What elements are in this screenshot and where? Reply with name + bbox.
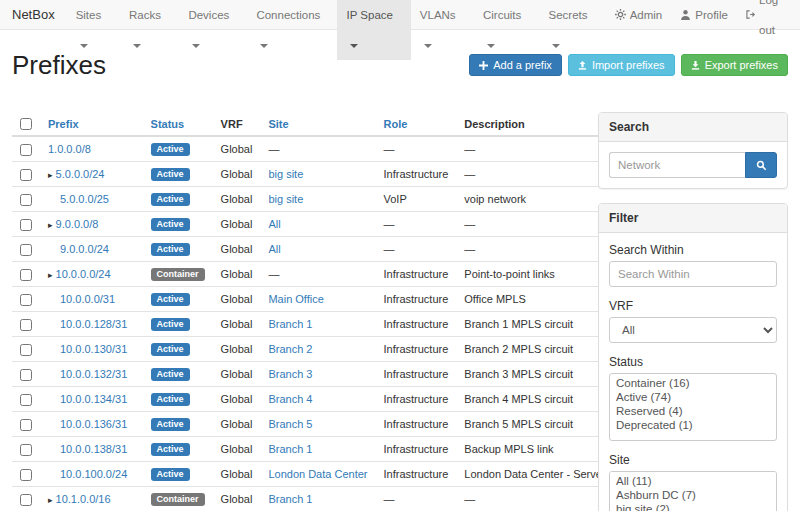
prefix-cell: ▸10.0.0.130/31: [40, 337, 143, 362]
site-link[interactable]: big site: [268, 193, 303, 205]
table-row: ▸1.0.0.0/8 Active Global — — —: [12, 136, 657, 162]
site-link[interactable]: All: [268, 243, 280, 255]
prefix-link[interactable]: 10.0.0.0/31: [60, 293, 115, 305]
site-link[interactable]: Branch 5: [268, 418, 312, 430]
table-row: ▸10.0.0.138/31 Active Global Branch 1 In…: [12, 437, 657, 462]
logout-link[interactable]: Log out: [737, 0, 800, 29]
row-checkbox-cell: [12, 412, 40, 437]
search-within-input[interactable]: [609, 261, 777, 287]
site-link[interactable]: Branch 1: [268, 318, 312, 330]
row-checkbox[interactable]: [20, 344, 32, 356]
nav-item[interactable]: Racks: [120, 0, 179, 29]
import-prefixes-button[interactable]: Import prefixes: [568, 54, 675, 76]
filter-option[interactable]: Ashburn DC (7): [612, 488, 774, 502]
site-link[interactable]: All: [268, 218, 280, 230]
column-header[interactable]: Status: [143, 112, 213, 136]
row-checkbox[interactable]: [20, 244, 32, 256]
site-link[interactable]: Branch 3: [268, 368, 312, 380]
nav-item[interactable]: Devices: [179, 0, 247, 29]
prefix-link[interactable]: 10.0.0.0/24: [56, 268, 111, 280]
row-checkbox[interactable]: [20, 169, 32, 181]
row-checkbox[interactable]: [20, 294, 32, 306]
row-checkbox[interactable]: [20, 319, 32, 331]
prefix-link[interactable]: 10.0.100.0/24: [60, 468, 127, 480]
row-checkbox[interactable]: [20, 144, 32, 156]
prefix-link[interactable]: 9.0.0.0/8: [56, 218, 99, 230]
app-brand[interactable]: NetBox: [0, 0, 67, 29]
filter-panel-title: Filter: [599, 204, 787, 233]
search-button[interactable]: [745, 152, 777, 178]
site-link[interactable]: Branch 2: [268, 343, 312, 355]
row-checkbox[interactable]: [20, 369, 32, 381]
nav-item[interactable]: IP Space: [337, 0, 410, 29]
filter-option[interactable]: Active (74): [612, 390, 774, 404]
site-filter-list[interactable]: All (11)Ashburn DC (7)big site (2)Branch…: [609, 471, 777, 511]
site-link[interactable]: Main Office: [268, 293, 323, 305]
filter-option[interactable]: All (11): [612, 474, 774, 488]
indent-spacer: [48, 352, 60, 353]
filter-option[interactable]: big site (2): [612, 502, 774, 511]
column-header[interactable]: Role: [375, 112, 456, 136]
nav-item[interactable]: Circuits: [474, 0, 540, 29]
row-checkbox[interactable]: [20, 194, 32, 206]
add-prefix-button[interactable]: Add a prefix: [469, 54, 562, 76]
site-link[interactable]: Branch 4: [268, 393, 312, 405]
site-link[interactable]: big site: [268, 168, 303, 180]
prefix-link[interactable]: 10.0.0.134/31: [60, 393, 127, 405]
table-header-row: Prefix Status VRF Site Role Description: [12, 112, 657, 136]
prefix-cell: ▸9.0.0.0/24: [40, 237, 143, 262]
gear-icon: [615, 9, 626, 20]
nav-item[interactable]: Connections: [247, 0, 337, 29]
vrf-filter-select[interactable]: All: [609, 317, 777, 343]
site-link[interactable]: London Data Center: [268, 468, 367, 480]
chevron-down-icon: [487, 44, 495, 48]
filter-option[interactable]: Container (16): [612, 376, 774, 390]
site-link[interactable]: Branch 1: [268, 493, 312, 505]
nav-item[interactable]: Secrets: [539, 0, 605, 29]
prefix-link[interactable]: 5.0.0.0/25: [60, 193, 109, 205]
site-cell: Branch 1: [260, 437, 375, 462]
row-checkbox[interactable]: [20, 469, 32, 481]
row-checkbox[interactable]: [20, 394, 32, 406]
status-filter-list[interactable]: Container (16)Active (74)Reserved (4)Dep…: [609, 373, 777, 441]
filter-option[interactable]: Deprecated (1): [612, 418, 774, 432]
prefix-link[interactable]: 9.0.0.0/24: [60, 243, 109, 255]
profile-link[interactable]: Profile: [671, 0, 737, 29]
row-checkbox[interactable]: [20, 494, 32, 506]
role-cell: —: [375, 237, 456, 262]
site-cell: Branch 4: [260, 387, 375, 412]
export-prefixes-button[interactable]: Export prefixes: [681, 54, 788, 76]
site-link: —: [268, 268, 279, 280]
prefix-link[interactable]: 10.0.0.132/31: [60, 368, 127, 380]
indent-spacer: [48, 402, 60, 403]
status-badge: Active: [151, 443, 190, 456]
prefix-cell: ▸10.0.0.138/31: [40, 437, 143, 462]
filter-option[interactable]: Reserved (4): [612, 404, 774, 418]
search-input[interactable]: [609, 152, 745, 178]
role-cell: —: [375, 487, 456, 511]
nav-item[interactable]: VLANs: [411, 0, 474, 29]
prefix-link[interactable]: 5.0.0.0/24: [56, 168, 105, 180]
column-header[interactable]: Site: [260, 112, 375, 136]
nav-item[interactable]: Sites: [67, 0, 120, 29]
row-checkbox[interactable]: [20, 444, 32, 456]
prefix-link[interactable]: 1.0.0.0/8: [48, 143, 91, 155]
select-all-checkbox[interactable]: [20, 118, 32, 130]
site-link[interactable]: Branch 1: [268, 443, 312, 455]
chevron-down-icon: [350, 44, 358, 48]
prefix-link[interactable]: 10.0.0.128/31: [60, 318, 127, 330]
row-checkbox[interactable]: [20, 419, 32, 431]
row-checkbox[interactable]: [20, 269, 32, 281]
prefix-link[interactable]: 10.1.0.0/16: [56, 493, 111, 505]
admin-link[interactable]: Admin: [606, 0, 672, 29]
status-badge: Active: [151, 393, 190, 406]
prefix-cell: ▸10.0.0.0/24: [40, 262, 143, 287]
row-checkbox[interactable]: [20, 219, 32, 231]
column-header[interactable]: Prefix: [40, 112, 143, 136]
prefix-cell: ▸10.0.100.0/24: [40, 462, 143, 487]
prefix-link[interactable]: 10.0.0.136/31: [60, 418, 127, 430]
prefix-link[interactable]: 10.0.0.130/31: [60, 343, 127, 355]
vrf-cell: Global: [213, 412, 261, 437]
status-cell: Container: [143, 487, 213, 511]
prefix-link[interactable]: 10.0.0.138/31: [60, 443, 127, 455]
